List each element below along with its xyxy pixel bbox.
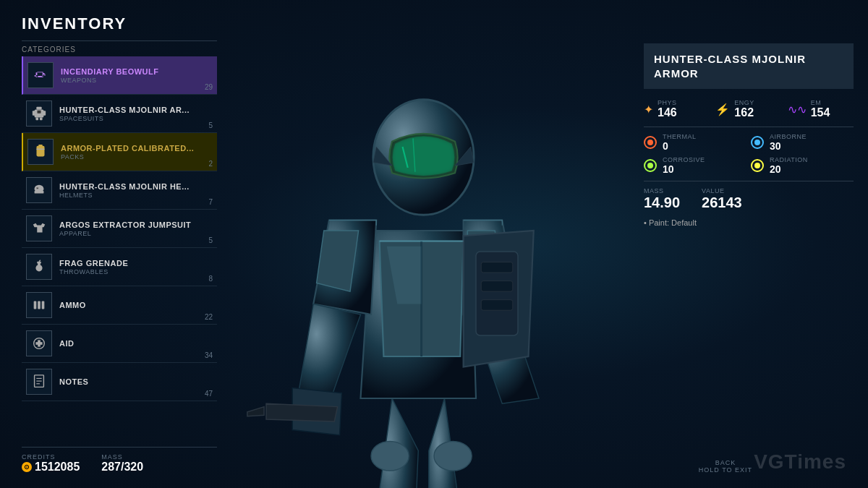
airborne-icon (751, 136, 764, 149)
credits-value: 1512085 (35, 461, 80, 474)
engy-stat: ⚡ ENGY 162 (715, 99, 781, 119)
svg-point-29 (371, 441, 409, 471)
corrosive-icon (644, 159, 657, 172)
svg-rect-20 (42, 301, 45, 309)
engy-icon: ⚡ (715, 103, 730, 116)
svg-rect-5 (40, 118, 43, 121)
svg-rect-16 (37, 262, 41, 264)
sidebar-item-spacesuits[interactable]: HUNTER-CLASS MJOLNIR AR... SPACESUITS 5 (22, 95, 217, 133)
resist-grid: THERMAL 0 AIRBORNE 30 CORROSIVE 10 (644, 133, 854, 175)
svg-rect-0 (36, 107, 41, 110)
grenade-icon (26, 254, 52, 280)
stats-row-main: ✦ PHYS 146 ⚡ ENGY 162 ∿∿ EM 154 (644, 99, 854, 119)
back-button[interactable]: BACK HOLD TO EXIT (699, 459, 752, 474)
sidebar-item-apparel[interactable]: ARGOS EXTRACTOR JUMPSUIT APPAREL 5 (22, 210, 217, 248)
spacesuits-text: HUNTER-CLASS MJOLNIR AR... SPACESUITS (59, 106, 213, 122)
inventory-title: INVENTORY (22, 14, 217, 33)
svg-rect-33 (481, 262, 513, 273)
gun-icon (27, 62, 54, 88)
radiation-icon (751, 159, 764, 172)
svg-line-17 (39, 260, 41, 262)
character-view (224, 0, 644, 488)
mass-value: 287/320 (101, 461, 143, 474)
em-stat: ∿∿ EM 154 (788, 99, 854, 119)
svg-rect-6 (37, 110, 41, 114)
sidebar-item-helmets[interactable]: HUNTER-CLASS MJOLNIR HE... HELMETS 7 (22, 171, 217, 210)
sidebar-item-weapons[interactable]: INCENDIARY BEOWULF WEAPONS 29 (22, 56, 217, 95)
credits-icon: ⊙ (22, 462, 32, 472)
sidebar-item-throwables[interactable]: FRAG GRENADE THROWABLES 8 (22, 248, 217, 286)
phys-stat: ✦ PHYS 146 (644, 99, 710, 119)
mass-detail: MASS 14.90 (644, 187, 680, 211)
apparel-text: ARGOS EXTRACTOR JUMPSUIT APPAREL (59, 221, 213, 237)
svg-rect-2 (33, 111, 35, 115)
categories-label: CATEGORIES (22, 40, 217, 53)
svg-rect-18 (34, 301, 37, 309)
item-title: HUNTER-CLASS MJOLNIR ARMOR (654, 52, 843, 80)
packs-text: ARMOR-PLATED CALIBRATED... PACKS (61, 144, 213, 160)
radiation-resist: RADIATION 20 (751, 156, 854, 175)
sidebar-item-aid[interactable]: AID 34 (22, 325, 217, 363)
watermark: VGTimes (754, 450, 846, 474)
svg-rect-10 (39, 150, 42, 153)
svg-rect-8 (38, 145, 43, 147)
weapons-text: INCENDIARY BEOWULF WEAPONS (61, 67, 213, 84)
sidebar-item-packs[interactable]: ARMOR-PLATED CALIBRATED... PACKS 2 (22, 133, 217, 171)
pack-icon (27, 139, 54, 165)
svg-rect-35 (481, 300, 513, 311)
svg-rect-3 (43, 111, 46, 115)
ammo-icon (26, 292, 52, 318)
ammo-text: AMMO (59, 301, 213, 309)
tshirt-icon (26, 215, 52, 241)
svg-rect-23 (35, 342, 42, 345)
airborne-resist: AIRBORNE 30 (751, 133, 854, 152)
aid-text: AID (59, 339, 213, 348)
mass-display: MASS 287/320 (101, 453, 143, 474)
svg-rect-12 (35, 191, 44, 194)
sidebar: INVENTORY CATEGORIES INCENDIARY BEOWULF … (22, 14, 217, 401)
notes-icon (26, 369, 52, 395)
svg-point-30 (434, 441, 472, 471)
corrosive-resist: CORROSIVE 10 (644, 156, 746, 175)
thermal-resist: THERMAL 0 (644, 133, 746, 152)
suit-icon (26, 100, 52, 127)
divider-1 (644, 127, 854, 127)
helmets-text: HUNTER-CLASS MJOLNIR HE... HELMETS (59, 182, 213, 199)
helmet-icon (26, 177, 52, 203)
svg-rect-34 (481, 281, 513, 292)
sidebar-item-ammo[interactable]: AMMO 22 (22, 286, 217, 325)
svg-rect-4 (35, 118, 38, 121)
mass-value-row: MASS 14.90 VALUE 26143 (644, 187, 854, 211)
em-icon: ∿∿ (788, 103, 807, 116)
value-detail: VALUE 26143 (702, 187, 742, 211)
paint-info: • Paint: Default (644, 218, 854, 227)
detail-panel: HUNTER-CLASS MJOLNIR ARMOR ✦ PHYS 146 ⚡ … (644, 43, 854, 227)
credits-display: CREDITS ⊙ 1512085 (22, 453, 80, 474)
svg-rect-19 (38, 301, 41, 309)
thermal-icon (644, 136, 657, 149)
notes-text: NOTES (59, 377, 213, 386)
aid-icon (26, 330, 52, 356)
sidebar-item-notes[interactable]: NOTES 47 (22, 363, 217, 401)
svg-rect-13 (36, 187, 38, 189)
divider-2 (644, 181, 854, 181)
item-title-box: HUNTER-CLASS MJOLNIR ARMOR (644, 43, 854, 89)
phys-icon: ✦ (644, 103, 653, 116)
throwables-text: FRAG GRENADE THROWABLES (59, 259, 213, 275)
main-stats: ✦ PHYS 146 ⚡ ENGY 162 ∿∿ EM 154 (644, 99, 854, 119)
sidebar-footer: CREDITS ⊙ 1512085 MASS 287/320 (22, 447, 217, 474)
